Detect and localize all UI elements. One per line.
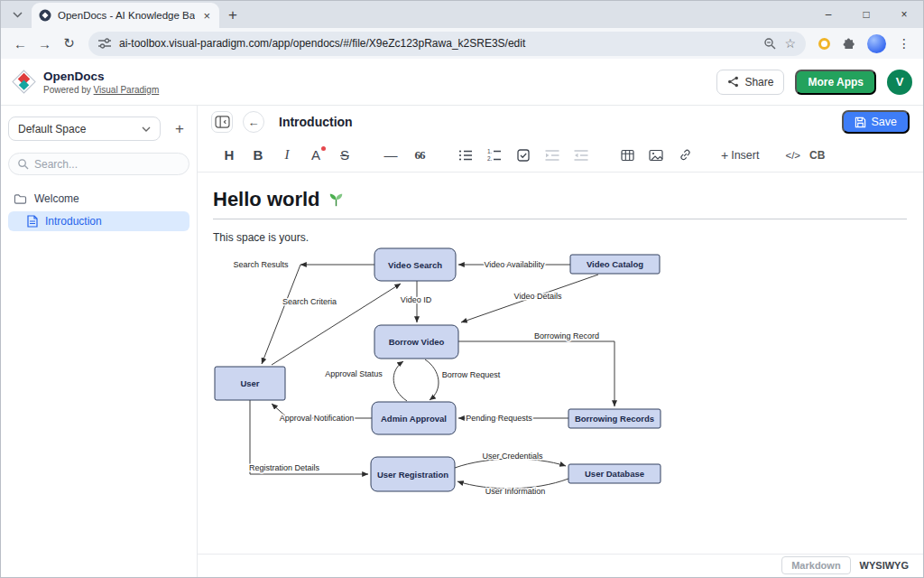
more-apps-button[interactable]: More Apps [795,70,876,95]
bullet-list-icon[interactable] [456,145,476,165]
opendocs-favicon [39,9,51,22]
svg-text:Search Criteria: Search Criteria [282,297,337,306]
image-icon[interactable] [646,145,666,165]
table-icon[interactable] [617,145,637,165]
svg-text:Video Details: Video Details [514,292,562,301]
user-avatar[interactable]: V [887,70,912,95]
browser-menu-icon[interactable]: ⋮ [898,36,910,51]
space-selector-value: Default Space [18,123,86,135]
doc-title: Introduction [279,115,353,129]
doc-header: ← Introduction Save [198,106,923,138]
share-icon [727,76,739,88]
font-color-dot [321,146,326,151]
wysiwyg-mode-button[interactable]: WYSIWYG [860,560,909,571]
search-input[interactable] [34,158,161,171]
bookmark-star-icon[interactable]: ☆ [784,36,796,51]
minimize-icon[interactable]: – [809,1,847,28]
link-icon[interactable] [675,145,695,165]
doc-heading-text: Hello world [213,187,320,212]
maximize-icon[interactable]: □ [847,1,885,28]
app-name: OpenDocs [43,70,159,83]
window-controls: – □ × [809,1,923,28]
window-close-icon[interactable]: × [885,1,923,28]
svg-text:User Information: User Information [485,487,546,496]
add-space-button[interactable]: + [170,120,189,138]
strikethrough-icon[interactable]: S [335,145,355,165]
svg-text:Search Results: Search Results [233,260,289,269]
page-tree: Welcome Introduction [8,189,189,231]
share-label: Share [744,76,773,89]
numbered-list-icon[interactable]: 1.2. [485,145,504,165]
mode-toggle: Markdown WYSIWYG [781,556,909,574]
document-icon [27,215,38,228]
save-icon [855,117,866,128]
indent-icon[interactable] [542,145,562,165]
browser-toolbar: ← → ↻ ai-toolbox.visual-paradigm.com/app… [1,28,923,59]
browser-profile-avatar[interactable] [867,34,886,53]
tree-item-introduction[interactable]: Introduction [8,211,189,231]
save-button[interactable]: Save [842,110,910,134]
svg-text:User Registration: User Registration [377,470,448,480]
tree-item-label: Introduction [45,215,102,228]
heading-divider [213,219,907,219]
doc-body[interactable]: Hello world This space is yours. Search … [198,172,923,578]
save-label: Save [872,116,898,128]
tab-close-icon[interactable]: × [201,9,212,23]
tree-item-welcome[interactable]: Welcome [8,189,189,209]
footer-divider [198,554,923,555]
font-color-icon[interactable]: A [306,145,326,165]
doc-paragraph[interactable]: This space is yours. [213,231,907,245]
back-icon[interactable]: ← [8,32,32,56]
share-button[interactable]: Share [716,70,784,95]
panel-collapse-icon [215,116,230,128]
heading-icon[interactable]: H [219,145,239,165]
svg-text:Borrowing Records: Borrowing Records [575,414,654,424]
dfd-diagram[interactable]: Search ResultsVideo AvailabilitySearch C… [213,245,682,498]
zoom-icon[interactable] [763,37,776,50]
markdown-mode-button[interactable]: Markdown [781,556,850,574]
svg-text:Borrowing Record: Borrowing Record [534,331,599,340]
sidebar-search[interactable] [8,153,189,175]
svg-text:Borrow Video: Borrow Video [389,337,445,347]
svg-text:Video ID: Video ID [401,295,432,304]
task-list-icon[interactable] [513,145,533,165]
code-block-icon[interactable]: </> [785,145,800,165]
brand-text: OpenDocs Powered by Visual Paradigm [43,70,159,95]
svg-text:Video Catalog: Video Catalog [587,259,643,269]
visual-paradigm-link[interactable]: Visual Paradigm [94,85,160,95]
seedling-emoji [328,191,345,208]
refresh-icon[interactable]: ↻ [57,32,81,56]
visual-paradigm-logo [12,70,36,94]
new-tab-icon[interactable]: + [228,6,237,24]
tab-title: OpenDocs - AI Knowledge Base [58,10,195,21]
tab-search-button[interactable] [6,4,28,25]
browser-tab[interactable]: OpenDocs - AI Knowledge Base × [32,3,219,28]
main-layout: Default Space + Welcome Introduction [1,106,923,578]
header-actions: Share More Apps V [716,70,912,95]
site-settings-icon[interactable] [98,38,111,49]
code-cb-icon[interactable]: CB [809,145,825,165]
svg-text:Registration Details: Registration Details [249,463,320,472]
more-apps-label: More Apps [808,76,864,89]
extensions-puzzle-icon[interactable] [842,37,855,51]
svg-text:Video Search: Video Search [388,260,442,270]
space-selector[interactable]: Default Space [8,117,161,141]
italic-icon[interactable]: I [277,145,297,165]
insert-button[interactable]: +Insert [721,145,759,165]
doc-heading: Hello world [213,187,907,212]
svg-text:Approval Status: Approval Status [325,369,383,378]
back-button[interactable]: ← [243,111,264,133]
horizontal-rule-icon[interactable]: — [381,145,401,165]
blockquote-icon[interactable]: 66 [410,145,430,165]
chevron-down-icon [142,126,151,132]
extension-badge-icon[interactable] [818,38,830,50]
forward-icon[interactable]: → [32,32,57,56]
address-bar[interactable]: ai-toolbox.visual-paradigm.com/app/opend… [88,32,806,56]
url-text[interactable]: ai-toolbox.visual-paradigm.com/app/opend… [119,37,755,50]
tree-item-label: Welcome [34,192,79,205]
browser-tabstrip: OpenDocs - AI Knowledge Base × + – □ × [1,1,923,28]
outdent-icon[interactable] [571,145,591,165]
collapse-sidebar-button[interactable] [211,111,233,133]
bold-icon[interactable]: B [248,145,268,165]
space-row: Default Space + [8,117,189,141]
